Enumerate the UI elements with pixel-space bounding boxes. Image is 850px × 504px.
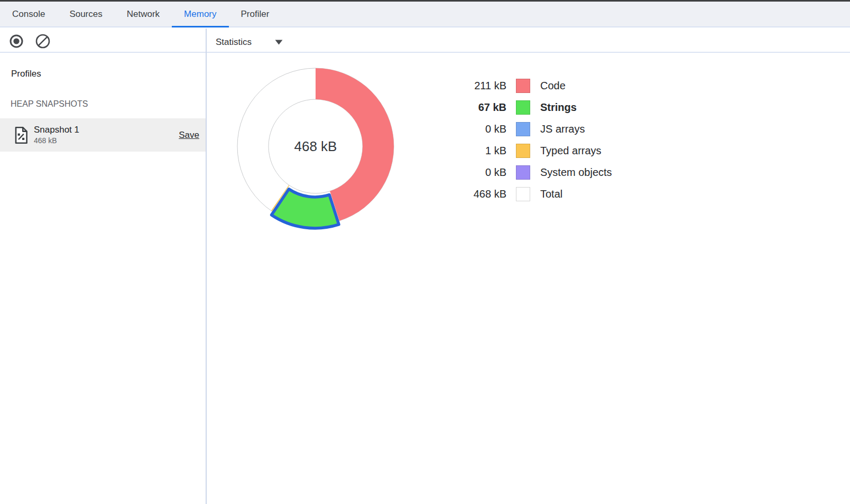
legend-swatch-system-objects (516, 165, 530, 180)
snapshot-list-item[interactable]: Snapshot 1 468 kB Save (0, 118, 206, 152)
legend-value: 211 kB (455, 80, 506, 92)
clear-icon (35, 34, 50, 51)
legend-value: 0 kB (455, 123, 506, 135)
statistics-chart-area: 468 kB 211 kBCode67 kBStrings0 kBJS arra… (207, 53, 850, 504)
tab-network[interactable]: Network (115, 2, 172, 26)
heap-snapshots-heading: HEAP SNAPSHOTS (11, 99, 88, 109)
record-icon (9, 34, 24, 51)
legend-row-code[interactable]: 211 kBCode (455, 75, 612, 97)
sidebar-content: Profiles HEAP SNAPSHOTS Snapshot 1 468 k… (0, 53, 206, 504)
main-toolbar: Statistics (207, 29, 850, 53)
tab-sources[interactable]: Sources (57, 2, 114, 26)
save-snapshot-link[interactable]: Save (179, 130, 199, 141)
legend-row-typed-arrays[interactable]: 1 kBTyped arrays (455, 140, 612, 162)
legend-swatch-total (516, 187, 530, 201)
snapshot-title: Snapshot 1 (34, 125, 179, 135)
chevron-down-icon (275, 37, 283, 48)
legend-swatch-js-arrays (516, 122, 530, 136)
profiles-heading: Profiles (11, 69, 41, 79)
legend-value: 67 kB (455, 101, 506, 114)
legend-label: Strings (540, 101, 577, 114)
donut-chart: 468 kB (228, 59, 403, 234)
snapshot-info: Snapshot 1 468 kB (34, 125, 179, 145)
tab-memory[interactable]: Memory (172, 2, 228, 26)
legend-label: JS arrays (540, 123, 585, 135)
perspective-dropdown[interactable]: Statistics (216, 37, 283, 48)
tab-profiler[interactable]: Profiler (229, 2, 282, 26)
devtools-body: Profiles HEAP SNAPSHOTS Snapshot 1 468 k… (0, 29, 850, 504)
sidebar-toolbar (0, 29, 206, 53)
legend-swatch-typed-arrays (516, 144, 530, 158)
profiles-sidebar: Profiles HEAP SNAPSHOTS Snapshot 1 468 k… (0, 29, 206, 504)
record-heap-snapshot-button[interactable] (9, 35, 24, 50)
legend-row-total[interactable]: 468 kBTotal (455, 183, 612, 205)
legend-row-strings[interactable]: 67 kBStrings (455, 97, 612, 118)
legend-label: Total (540, 188, 562, 200)
legend-value: 468 kB (455, 188, 506, 200)
chart-legend: 211 kBCode67 kBStrings0 kBJS arrays1 kBT… (455, 75, 612, 205)
tab-console[interactable]: Console (0, 2, 57, 26)
clear-profiles-button[interactable] (35, 35, 50, 50)
legend-row-js-arrays[interactable]: 0 kBJS arrays (455, 118, 612, 140)
legend-label: Code (540, 80, 566, 92)
legend-value: 0 kB (455, 166, 506, 179)
donut-center-label: 468 kB (294, 138, 337, 154)
pie-slice-strings[interactable] (272, 189, 339, 228)
tab-bar: ConsoleSourcesNetworkMemoryProfiler (0, 2, 850, 27)
main-panel: Statistics 468 kB 211 kBCode67 kBStrings… (207, 29, 850, 504)
legend-swatch-code (516, 79, 530, 93)
legend-label: Typed arrays (540, 145, 602, 157)
legend-row-system-objects[interactable]: 0 kBSystem objects (455, 162, 612, 183)
heap-snapshot-file-icon (14, 126, 28, 144)
perspective-dropdown-label: Statistics (216, 37, 252, 48)
legend-swatch-strings (516, 100, 530, 115)
legend-label: System objects (540, 166, 612, 179)
snapshot-size: 468 kB (34, 136, 179, 145)
legend-value: 1 kB (455, 145, 506, 157)
